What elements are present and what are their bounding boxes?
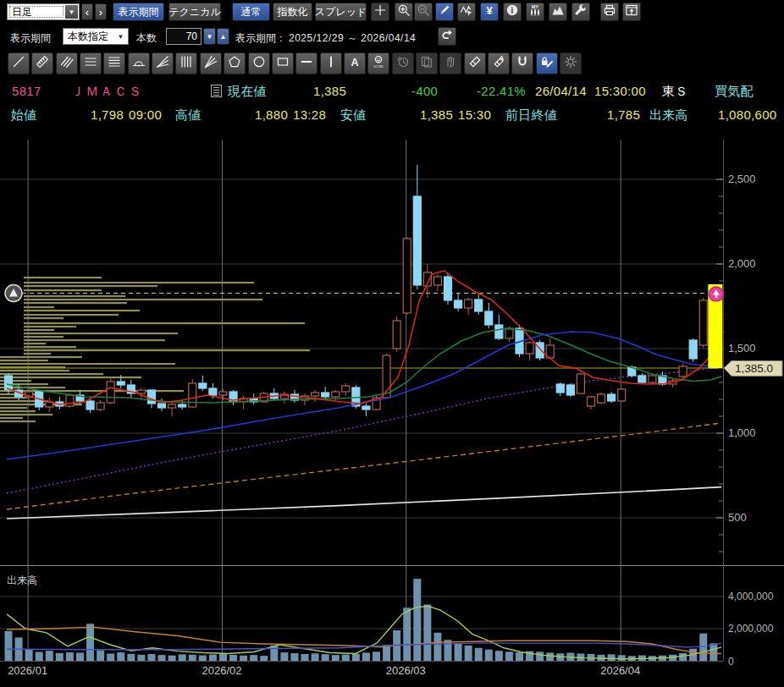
volume-bar[interactable] — [495, 651, 503, 661]
add-chart-button[interactable] — [371, 3, 389, 21]
volume-bar[interactable] — [322, 654, 329, 661]
candle-body[interactable] — [485, 311, 493, 325]
candle-body[interactable] — [475, 300, 483, 311]
volume-bar[interactable] — [516, 652, 523, 661]
volume-bar[interactable] — [86, 624, 94, 661]
volume-bar[interactable] — [168, 656, 176, 661]
tool-horizontal-lines-4-button[interactable] — [103, 52, 125, 74]
volume-bar[interactable] — [342, 655, 350, 661]
volume-bar[interactable] — [465, 646, 472, 661]
tool-icon-stamp-button[interactable]: ICON — [367, 52, 389, 74]
volume-bar[interactable] — [25, 650, 33, 661]
candle-body[interactable] — [117, 382, 124, 385]
tool-parallel-lines-button[interactable] — [56, 52, 78, 74]
info-button[interactable]: i — [503, 3, 522, 21]
candle-body[interactable] — [86, 401, 94, 409]
volume-bar[interactable] — [433, 633, 441, 661]
tool-magnet-button[interactable] — [511, 52, 533, 74]
volume-bar[interactable] — [199, 656, 207, 661]
candle-body[interactable] — [556, 384, 564, 393]
my-settings-button[interactable]: MY — [526, 3, 544, 21]
volume-bar[interactable] — [485, 650, 493, 661]
count-input[interactable] — [166, 28, 202, 45]
volume-bar[interactable] — [127, 654, 135, 661]
index-mode-button[interactable]: 指数化 — [273, 3, 312, 21]
candle-body[interactable] — [618, 389, 626, 401]
mountain-chart-button[interactable] — [549, 3, 567, 21]
volume-bar[interactable] — [229, 655, 237, 661]
volume-bar[interactable] — [444, 640, 452, 661]
candle-body[interactable] — [219, 392, 227, 395]
tool-pentagon-button[interactable] — [224, 52, 246, 74]
count-increment-button[interactable]: ▲ — [217, 28, 229, 45]
price-chart[interactable]: 2,5002,0001,5001,0005004,000,0002,000,00… — [0, 127, 784, 687]
tool-rectangle-button[interactable] — [272, 52, 294, 74]
candle-body[interactable] — [577, 374, 584, 393]
candle-body[interactable] — [322, 393, 329, 397]
tool-eraser-all-button[interactable]: A — [488, 52, 510, 74]
count-mode-select[interactable]: 本数指定 ▼ — [63, 28, 129, 45]
volume-bar[interactable] — [117, 652, 124, 661]
display-period-button[interactable]: 表示期間 — [113, 3, 164, 21]
volume-bar[interactable] — [301, 654, 309, 661]
volume-bar[interactable] — [270, 646, 278, 661]
candle-body[interactable] — [189, 383, 196, 407]
volume-bar[interactable] — [618, 655, 626, 661]
volume-bar[interactable] — [403, 607, 411, 661]
tool-fibonacci-arc-button[interactable] — [128, 52, 150, 74]
normal-mode-button[interactable]: 通常 — [232, 3, 270, 21]
volume-bar[interactable] — [352, 654, 360, 661]
count-decrement-button[interactable]: ▼ — [203, 28, 216, 45]
prev-period-button[interactable]: ‹ — [81, 3, 93, 20]
candle-body[interactable] — [209, 388, 217, 395]
candle-body[interactable] — [444, 277, 452, 300]
tool-lock-pencil-button[interactable] — [536, 52, 558, 74]
quote-detail-icon[interactable] — [211, 85, 222, 97]
candle-body[interactable] — [505, 328, 513, 338]
candle-body[interactable] — [465, 300, 472, 308]
volume-bar[interactable] — [536, 651, 544, 661]
wrench-button[interactable] — [571, 3, 590, 21]
zoom-out-button[interactable] — [414, 3, 433, 21]
volume-bar[interactable] — [189, 655, 196, 661]
tool-trend-line-button[interactable] — [8, 52, 30, 74]
tool-vertical-lines-button[interactable] — [175, 52, 197, 74]
volume-bar[interactable] — [475, 648, 483, 661]
candle-body[interactable] — [403, 239, 411, 313]
volume-bar[interactable] — [362, 653, 370, 662]
volume-bar[interactable] — [423, 605, 431, 662]
candle-body[interactable] — [97, 403, 104, 409]
candle-body[interactable] — [495, 325, 503, 338]
volume-bar[interactable] — [312, 653, 319, 661]
candle-body[interactable] — [598, 394, 605, 403]
candle-body[interactable] — [168, 404, 176, 408]
next-period-button[interactable]: › — [95, 3, 107, 20]
volume-bar[interactable] — [280, 652, 288, 661]
candle-body[interactable] — [312, 393, 319, 396]
printer-button[interactable] — [600, 3, 619, 21]
tool-fan-lines-button[interactable] — [152, 52, 174, 74]
candle-body[interactable] — [413, 196, 421, 285]
candle-body[interactable] — [107, 382, 114, 403]
tool-horizontal-lines-3-button[interactable] — [80, 52, 102, 74]
reset-range-button[interactable] — [438, 27, 456, 46]
volume-bar[interactable] — [546, 653, 554, 662]
volume-bar[interactable] — [250, 655, 257, 661]
candle-body[interactable] — [199, 383, 207, 388]
candle-body[interactable] — [689, 340, 697, 359]
volume-bar[interactable] — [219, 654, 227, 661]
zoom-in-button[interactable] — [395, 3, 413, 21]
technical-button[interactable]: テクニカル — [168, 3, 221, 21]
candle-body[interactable] — [433, 277, 441, 285]
candle-body[interactable] — [147, 390, 155, 404]
candle-body[interactable] — [137, 390, 145, 393]
tool-circle-button[interactable] — [248, 52, 270, 74]
candle-body[interactable] — [362, 406, 370, 409]
volume-bar[interactable] — [5, 631, 13, 661]
volume-bar[interactable] — [679, 653, 687, 661]
candle-body[interactable] — [526, 343, 533, 354]
tool-vertical-segment-button[interactable] — [320, 52, 342, 74]
candle-body[interactable] — [158, 404, 166, 408]
volume-bar[interactable] — [46, 651, 53, 661]
volume-bar[interactable] — [36, 652, 43, 661]
